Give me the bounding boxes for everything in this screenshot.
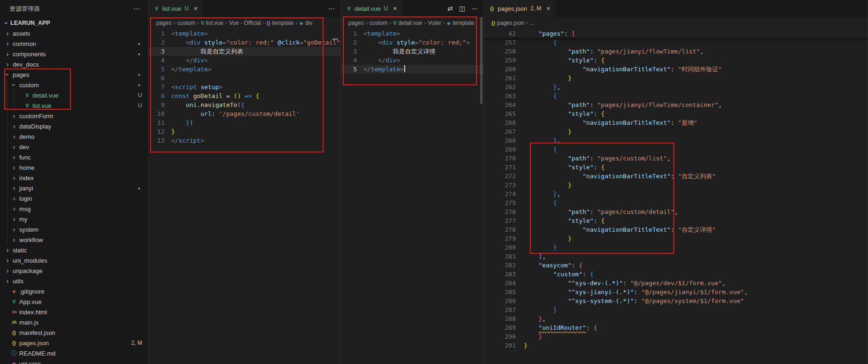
file-item-App.vue[interactable]: VApp.vue	[0, 296, 148, 307]
folder-item-login[interactable]: ›login	[0, 193, 148, 204]
more-actions-icon[interactable]: ⋯	[471, 5, 478, 12]
code-line-42[interactable]: 42 "pages": [	[484, 29, 868, 38]
folder-item-index[interactable]: ›index	[0, 173, 148, 183]
code-line-289[interactable]: 289 "uniIdRouter": {	[484, 323, 868, 332]
code-line-283[interactable]: 283 "custom": {	[484, 270, 868, 279]
code-line-3[interactable]: 3 我是自定义详情	[341, 47, 483, 56]
code-line-8[interactable]: 8const goDetail = () => {	[149, 91, 340, 100]
breadcrumb-item-detail.vue[interactable]: Vdetail.vue	[393, 20, 422, 26]
code-line-275[interactable]: 275 {	[484, 198, 868, 207]
breadcrumb-item-div[interactable]: ◈div	[299, 20, 312, 26]
folder-item-components[interactable]: ›components●	[0, 49, 148, 59]
file-item-pages.json[interactable]: {}pages.json2, M	[0, 338, 148, 348]
close-icon[interactable]: ×	[194, 5, 197, 12]
code-line-290[interactable]: 290 }	[484, 332, 868, 341]
code-line-265[interactable]: 265 "style": {	[484, 109, 868, 118]
breadcrumb-item-Vue - Official[interactable]: Vue - Official	[229, 20, 261, 26]
breadcrumb-item-template[interactable]: {}template	[266, 20, 294, 26]
code-line-261[interactable]: 261 }	[484, 74, 868, 83]
code-line-11[interactable]: 11 })	[149, 118, 340, 127]
code-line-1[interactable]: 1<template>	[149, 29, 340, 38]
file-item-manifest.json[interactable]: {}manifest.json	[0, 327, 148, 338]
code-line-279[interactable]: 279 }	[484, 234, 868, 243]
folder-item-pages[interactable]: ›pages●	[0, 69, 148, 80]
folder-item-static[interactable]: ›static	[0, 245, 148, 255]
folder-item-assets[interactable]: ›assets	[0, 28, 148, 38]
code-line-272[interactable]: 272 "navigationBarTitleText": "自定义列表"	[484, 172, 868, 181]
folder-item-system[interactable]: ›system	[0, 224, 148, 235]
code-line-284[interactable]: 284 "^sys-dev-(.*)": "@/pages/dev/$1/for…	[484, 279, 868, 288]
code-line-10[interactable]: 10 url: '/pages/custom/detail'	[149, 109, 340, 118]
code-line-264[interactable]: 264 "path": "pages/jianyi/flowTime/conta…	[484, 100, 868, 109]
code-line-260[interactable]: 260 "navigationBarTitleText": "时间组件验证"	[484, 65, 868, 74]
code-line-1[interactable]: 1<template>	[341, 29, 483, 38]
folder-item-my[interactable]: ›my	[0, 214, 148, 224]
code-line-262[interactable]: 262 },	[484, 83, 868, 91]
breadcrumb-item-...[interactable]: ...	[530, 20, 535, 26]
breadcrumb-item-pages[interactable]: pages	[156, 20, 172, 26]
code-line-3[interactable]: 3 我是自定义列表	[149, 47, 340, 56]
file-item-main.js[interactable]: JSmain.js	[0, 317, 148, 327]
scrollbar-thumb[interactable]	[480, 17, 483, 104]
close-icon[interactable]: ×	[393, 5, 397, 12]
more-actions-icon[interactable]: ⋯	[133, 5, 141, 13]
code-line-258[interactable]: 258 "path": "pages/jianyi/flowTime/list"…	[484, 47, 868, 56]
breadcrumb-item-custom[interactable]: custom	[177, 20, 196, 26]
code-line-287[interactable]: 287 }	[484, 305, 868, 314]
close-icon[interactable]: ×	[546, 5, 550, 12]
code-line-9[interactable]: 9 uni.navigateTo({	[149, 100, 340, 109]
code-line-276[interactable]: 276 "path": "pages/custom/detail",	[484, 207, 868, 216]
folder-item-jianyi[interactable]: ›jianyi●	[0, 183, 148, 193]
folder-item-customForm[interactable]: ›customForm	[0, 111, 148, 121]
code-line-267[interactable]: 267 }	[484, 127, 868, 136]
folder-item-dev[interactable]: ›dev	[0, 142, 148, 152]
code-line-12[interactable]: 12}	[149, 127, 340, 136]
breadcrumb-item-Vuter[interactable]: Vuter	[428, 20, 441, 26]
code-line-291[interactable]: 291}	[484, 341, 868, 350]
code-line-268[interactable]: 268 },	[484, 136, 868, 145]
code-line-2[interactable]: 2 <div style="color: red;">	[341, 38, 483, 47]
folder-item-demo[interactable]: ›demo	[0, 131, 148, 142]
split-editor-icon[interactable]: ◫	[459, 5, 465, 12]
open-changes-icon[interactable]: ⇄	[447, 5, 453, 12]
code-editor[interactable]: 1<template>2 <div style="color: red;" @c…	[149, 29, 340, 364]
folder-item-dataDisplay[interactable]: ›dataDisplay	[0, 121, 148, 131]
code-editor[interactable]: 42 "pages": [257 {258 "path": "pages/jia…	[484, 29, 868, 364]
code-line-269[interactable]: 269 {	[484, 145, 868, 154]
folder-item-dev_docs[interactable]: ›dev_docs	[0, 59, 148, 69]
code-line-13[interactable]: 13</script>	[149, 136, 340, 145]
file-item-.gitignore[interactable]: ◆.gitignore	[0, 286, 148, 296]
folder-item-utils[interactable]: ›utils	[0, 276, 148, 286]
code-line-5[interactable]: 5</template>	[149, 65, 340, 74]
file-item-uni.scss[interactable]: ◉uni.scss	[0, 358, 148, 364]
code-line-278[interactable]: 278 "navigationBarTitleText": "自定义详情"	[484, 225, 868, 234]
file-item-detail.vue[interactable]: Vdetail.vueU	[0, 90, 148, 100]
breadcrumb-item-pages[interactable]: pages	[348, 20, 364, 26]
folder-item-home[interactable]: ›home	[0, 162, 148, 173]
folder-item-msg[interactable]: ›msg	[0, 204, 148, 214]
breadcrumb-item-list.vue[interactable]: Vlist.vue	[201, 20, 223, 26]
tab-list.vue[interactable]: Vlist.vueU×	[149, 0, 203, 17]
code-line-7[interactable]: 7<script setup>	[149, 83, 340, 91]
folder-item-func[interactable]: ›func	[0, 152, 148, 162]
code-line-263[interactable]: 263 {	[484, 91, 868, 100]
code-line-274[interactable]: 274 },	[484, 190, 868, 198]
code-line-4[interactable]: 4 </div>	[341, 56, 483, 65]
code-line-259[interactable]: 259 "style": {	[484, 56, 868, 65]
folder-item-uni_modules[interactable]: ›uni_modules	[0, 255, 148, 265]
code-line-2[interactable]: 2 <div style="color: red;" @click="goDet…	[149, 38, 340, 47]
file-item-list.vue[interactable]: Vlist.vueU	[0, 100, 148, 111]
folder-item-common[interactable]: ›common●	[0, 38, 148, 49]
code-line-5[interactable]: 5</template>	[341, 65, 483, 74]
code-line-6[interactable]: 6	[149, 74, 340, 83]
code-line-271[interactable]: 271 "style": {	[484, 163, 868, 172]
breadcrumb-item-pages.json[interactable]: {}pages.json	[491, 20, 524, 26]
code-line-288[interactable]: 288 },	[484, 314, 868, 323]
code-line-286[interactable]: 286 "^sys-system-(.*)": "@/pages/system/…	[484, 296, 868, 305]
breadcrumb-item-custom[interactable]: custom	[370, 20, 388, 26]
tab-pages.json[interactable]: {}pages.json2, M×	[484, 0, 555, 17]
folder-item-custom[interactable]: ›custom●	[0, 80, 148, 90]
code-line-273[interactable]: 273 }	[484, 181, 868, 190]
code-line-281[interactable]: 281 ],	[484, 252, 868, 261]
tab-detail.vue[interactable]: Vdetail.vueU×	[341, 0, 402, 17]
